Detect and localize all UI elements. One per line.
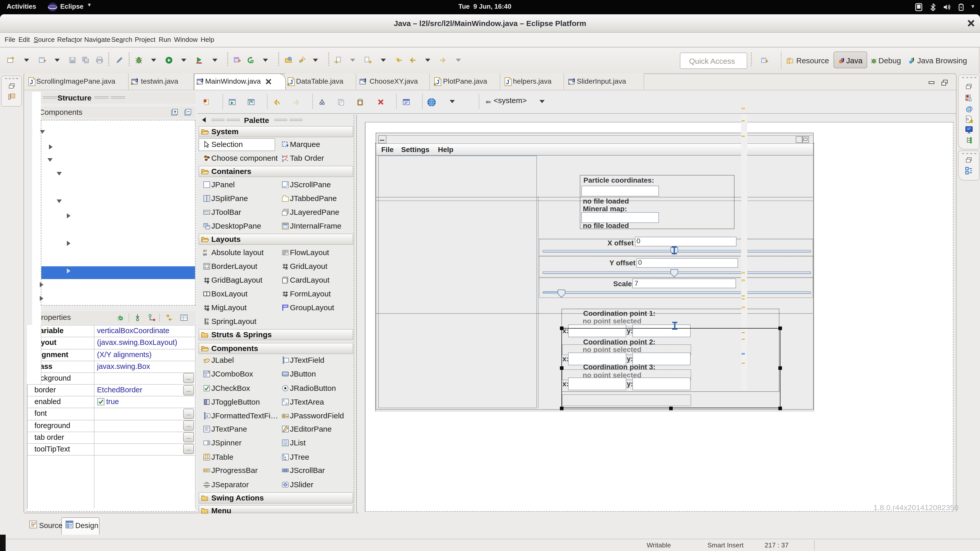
svg-text:J: J — [363, 78, 366, 83]
svg-text:J: J — [436, 79, 439, 86]
svg-text:XY: XY — [203, 249, 207, 253]
svg-text:M: M — [206, 308, 209, 311]
svg-text:WH: WH — [203, 253, 207, 256]
svg-text:J: J — [290, 79, 293, 86]
svg-text:2: 2 — [286, 155, 287, 159]
svg-text:J: J — [572, 78, 575, 83]
svg-text:J: J — [30, 79, 33, 86]
svg-text:@: @ — [966, 105, 973, 112]
svg-text:J: J — [506, 79, 509, 86]
svg-text:3: 3 — [282, 159, 283, 162]
svg-text:1: 1 — [282, 155, 283, 159]
svg-text:J: J — [200, 78, 204, 83]
svg-text:F: F — [285, 294, 287, 297]
svg-text:X: X — [283, 399, 285, 403]
svg-text:B: B — [207, 280, 209, 283]
svg-text:A: A — [285, 267, 287, 270]
svg-text:#: # — [206, 414, 208, 418]
svg-text:A: A — [285, 402, 287, 405]
svg-text:J: J — [135, 78, 138, 83]
